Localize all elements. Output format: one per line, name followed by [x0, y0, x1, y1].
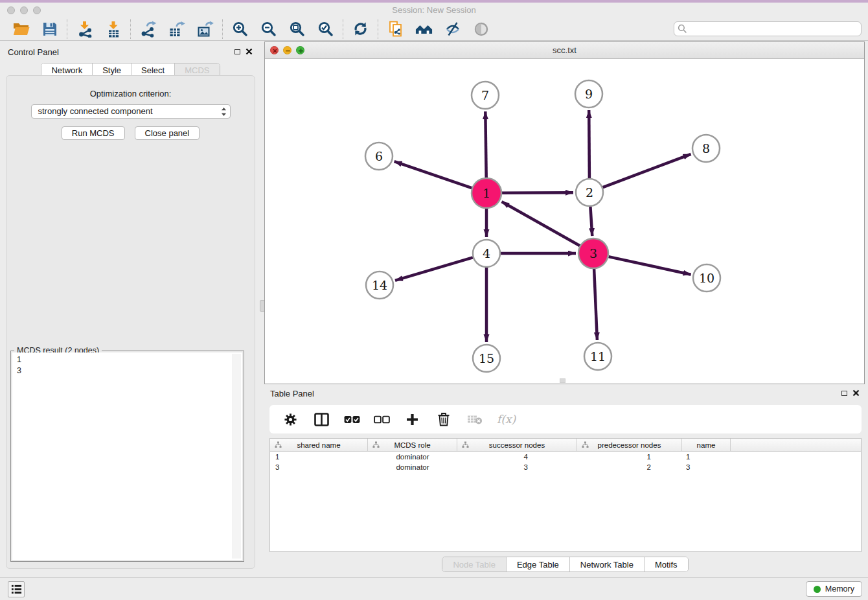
- add-column-icon[interactable]: [404, 411, 421, 428]
- show-view-icon[interactable]: [472, 20, 490, 38]
- canvas-scroll-handle[interactable]: [560, 378, 565, 383]
- zoom-out-icon[interactable]: [260, 20, 277, 38]
- graph-node-label: 11: [590, 349, 606, 363]
- mcds-result-group: MCDS result (2 nodes) 1 3: [10, 351, 244, 562]
- graph-node-label: 6: [375, 149, 383, 163]
- float-table-panel-icon[interactable]: [841, 391, 847, 396]
- close-panel-icon[interactable]: [246, 46, 253, 58]
- deselect-all-icon[interactable]: [374, 411, 390, 428]
- graph-node-label: 1: [483, 186, 490, 200]
- mcds-result-text[interactable]: 1 3: [12, 352, 242, 560]
- shared-column-icon: [462, 441, 469, 450]
- zoom-in-icon[interactable]: [231, 20, 249, 38]
- result-line: 3: [17, 365, 242, 376]
- table-row[interactable]: 3 dominator 3 2 3: [270, 462, 861, 472]
- column-header-successor-nodes[interactable]: successor nodes: [457, 439, 577, 451]
- close-panel-button[interactable]: Close panel: [135, 126, 200, 140]
- export-image-icon[interactable]: [196, 20, 214, 38]
- float-panel-icon[interactable]: [234, 49, 240, 54]
- chevron-up-down-icon: [221, 107, 227, 121]
- tab-edge-table[interactable]: Edge Table: [507, 557, 570, 571]
- graph-edge-3-1[interactable]: [502, 202, 580, 246]
- result-line: 1: [17, 354, 242, 365]
- export-network-icon[interactable]: [139, 20, 157, 38]
- tab-motifs[interactable]: Motifs: [645, 557, 688, 571]
- memory-button[interactable]: Memory: [806, 581, 862, 597]
- graph-edge-3-11[interactable]: [594, 269, 597, 340]
- function-builder-icon: f(x): [497, 413, 516, 426]
- select-all-icon[interactable]: [344, 411, 360, 428]
- settings-gear-icon[interactable]: [282, 411, 299, 428]
- search-icon: [678, 24, 687, 36]
- column-header-mcds-role[interactable]: MCDS role: [368, 439, 457, 451]
- toggle-panes-icon[interactable]: [313, 411, 330, 428]
- graph-edge-1-6[interactable]: [394, 161, 472, 188]
- graph-node-label: 7: [481, 88, 489, 102]
- graph-node-label: 2: [586, 185, 593, 200]
- graph-edge-4-14[interactable]: [395, 257, 473, 281]
- network-canvas[interactable]: 7968124314101511: [265, 59, 864, 384]
- graph-edge-1-2[interactable]: [502, 192, 573, 193]
- criterion-dropdown[interactable]: strongly connected component: [31, 104, 231, 119]
- column-header-predecessor-nodes[interactable]: predecessor nodes: [577, 439, 682, 451]
- save-session-icon[interactable]: [41, 20, 58, 38]
- close-table-panel-icon[interactable]: [852, 387, 860, 399]
- mcds-panel: Optimization criterion: strongly connect…: [6, 75, 255, 569]
- network-window-title: scc.txt: [553, 45, 577, 55]
- control-panel-title: Control Panel: [2, 47, 59, 57]
- graph-edge-3-10[interactable]: [609, 257, 691, 275]
- graph-edge-2-3[interactable]: [590, 207, 592, 236]
- graph-node-label: 15: [479, 351, 494, 365]
- graph-edge-2-8[interactable]: [603, 154, 691, 187]
- shared-column-icon: [582, 441, 589, 450]
- graph-node-label: 3: [589, 246, 597, 260]
- import-table-icon[interactable]: [104, 20, 122, 38]
- clone-network-icon[interactable]: [387, 20, 404, 38]
- home-layout-icon[interactable]: [415, 20, 433, 38]
- minimize-network-icon[interactable]: [283, 46, 291, 54]
- search-input[interactable]: [674, 21, 862, 36]
- graph-node-label: 14: [372, 278, 387, 292]
- delete-column-icon[interactable]: [435, 411, 452, 428]
- run-mcds-button[interactable]: Run MCDS: [62, 126, 125, 140]
- graph-node-label: 10: [699, 271, 714, 285]
- criterion-value: strongly connected component: [38, 106, 153, 116]
- network-window-titlebar[interactable]: scc.txt: [265, 42, 864, 59]
- graph-node-label: 8: [702, 141, 710, 156]
- graph-node-label: 4: [483, 246, 490, 260]
- close-network-icon[interactable]: [270, 46, 279, 54]
- graph-edge-2-9[interactable]: [589, 110, 589, 178]
- task-history-button[interactable]: [8, 581, 25, 597]
- tab-node-table[interactable]: Node Table: [442, 557, 507, 571]
- graph-edge-1-7[interactable]: [485, 111, 486, 178]
- result-scrollbar[interactable]: [233, 354, 241, 559]
- zoom-fit-icon[interactable]: [288, 20, 306, 38]
- app-titlebar: Session: New Session: [0, 0, 868, 17]
- memory-status-icon: [814, 586, 821, 593]
- refresh-layout-icon[interactable]: [352, 20, 369, 38]
- column-header-name[interactable]: name: [682, 439, 731, 451]
- node-table: shared name MCDS role successor nodes pr…: [269, 438, 862, 552]
- zoom-selected-icon[interactable]: [317, 20, 334, 38]
- app-title: Session: New Session: [0, 5, 868, 15]
- tab-network-table[interactable]: Network Table: [570, 557, 645, 571]
- table-row[interactable]: 1 dominator 4 1 1: [270, 452, 861, 462]
- delete-table-disabled-icon: [466, 411, 483, 428]
- table-tabs: Node Table Edge Table Network Table Moti…: [442, 557, 688, 572]
- panel-splitter[interactable]: [259, 45, 264, 571]
- node-table-header: shared name MCDS role successor nodes pr…: [270, 439, 861, 452]
- export-table-icon[interactable]: [168, 20, 185, 38]
- search-box: [674, 21, 862, 36]
- maximize-network-icon[interactable]: [296, 46, 304, 54]
- table-toolbar: f(x): [269, 405, 862, 433]
- table-panel-title: Table Panel: [264, 389, 314, 398]
- memory-label: Memory: [825, 584, 854, 594]
- network-graph: 7968124314101511: [265, 59, 864, 384]
- import-network-icon[interactable]: [76, 20, 93, 38]
- open-session-icon[interactable]: [12, 20, 30, 38]
- graph-node-label: 9: [585, 87, 593, 101]
- table-panel: Table Panel f(x): [264, 387, 866, 575]
- main-toolbar: [0, 17, 868, 41]
- column-header-shared-name[interactable]: shared name: [270, 439, 368, 451]
- hide-view-icon[interactable]: [444, 20, 461, 38]
